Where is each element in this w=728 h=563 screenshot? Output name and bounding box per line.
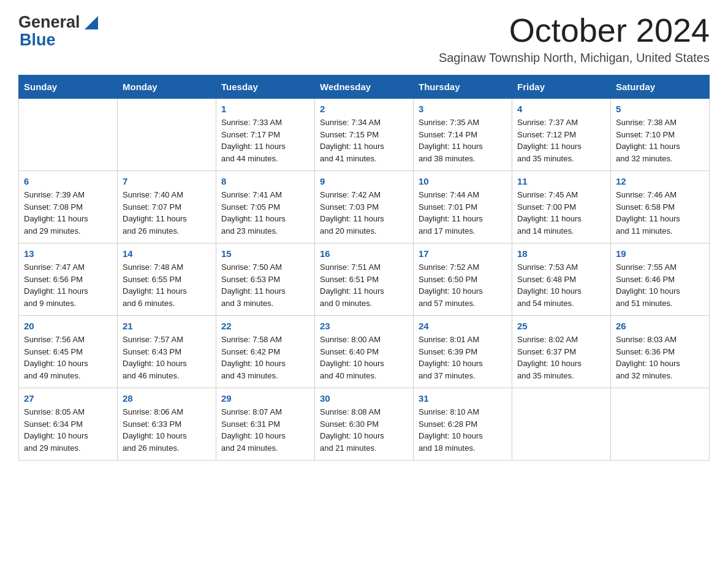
calendar-cell: 3Sunrise: 7:35 AMSunset: 7:14 PMDaylight… <box>414 99 512 171</box>
day-number: 9 <box>320 176 408 186</box>
day-info: Sunrise: 7:37 AMSunset: 7:12 PMDaylight:… <box>517 117 605 164</box>
svg-marker-0 <box>85 16 98 29</box>
day-number: 1 <box>221 104 309 114</box>
day-info: Sunrise: 7:33 AMSunset: 7:17 PMDaylight:… <box>221 117 309 164</box>
calendar-cell: 13Sunrise: 7:47 AMSunset: 6:56 PMDayligh… <box>19 243 118 316</box>
page-header: General Blue October 2024 Saginaw Townsh… <box>18 12 710 65</box>
day-info: Sunrise: 8:06 AMSunset: 6:33 PMDaylight:… <box>123 406 211 454</box>
logo-general-text: General <box>18 13 80 32</box>
day-info: Sunrise: 8:03 AMSunset: 6:36 PMDaylight:… <box>616 334 704 381</box>
day-info: Sunrise: 7:46 AMSunset: 6:58 PMDaylight:… <box>616 189 704 237</box>
day-info: Sunrise: 7:40 AMSunset: 7:07 PMDaylight:… <box>123 189 211 237</box>
day-number: 26 <box>616 321 704 331</box>
day-info: Sunrise: 7:47 AMSunset: 6:56 PMDaylight:… <box>24 261 112 309</box>
day-info: Sunrise: 7:56 AMSunset: 6:45 PMDaylight:… <box>24 334 112 381</box>
day-info: Sunrise: 8:07 AMSunset: 6:31 PMDaylight:… <box>221 406 309 454</box>
day-info: Sunrise: 7:44 AMSunset: 7:01 PMDaylight:… <box>419 189 507 237</box>
calendar-header-thursday: Thursday <box>414 75 512 99</box>
day-number: 30 <box>320 393 408 404</box>
day-info: Sunrise: 8:00 AMSunset: 6:40 PMDaylight:… <box>320 334 408 381</box>
day-number: 27 <box>24 393 112 404</box>
calendar-cell: 5Sunrise: 7:38 AMSunset: 7:10 PMDaylight… <box>611 99 710 171</box>
day-number: 21 <box>123 321 211 331</box>
calendar-cell: 21Sunrise: 7:57 AMSunset: 6:43 PMDayligh… <box>118 316 216 388</box>
title-block: October 2024 Saginaw Township North, Mic… <box>439 12 710 65</box>
day-number: 13 <box>24 248 112 259</box>
day-number: 17 <box>419 248 507 259</box>
day-number: 25 <box>517 321 605 331</box>
logo: General Blue <box>18 12 100 50</box>
calendar-cell: 31Sunrise: 8:10 AMSunset: 6:28 PMDayligh… <box>414 388 512 461</box>
day-number: 28 <box>123 393 211 404</box>
calendar-cell: 19Sunrise: 7:55 AMSunset: 6:46 PMDayligh… <box>611 243 710 316</box>
logo-blue-text: Blue <box>20 31 56 50</box>
calendar-cell: 8Sunrise: 7:41 AMSunset: 7:05 PMDaylight… <box>216 171 315 243</box>
calendar-cell <box>19 99 118 171</box>
day-number: 8 <box>221 176 309 186</box>
calendar-week-row: 27Sunrise: 8:05 AMSunset: 6:34 PMDayligh… <box>19 388 710 461</box>
day-number: 14 <box>123 248 211 259</box>
day-info: Sunrise: 7:50 AMSunset: 6:53 PMDaylight:… <box>221 261 309 309</box>
calendar-cell: 30Sunrise: 8:08 AMSunset: 6:30 PMDayligh… <box>315 388 414 461</box>
day-info: Sunrise: 7:39 AMSunset: 7:08 PMDaylight:… <box>24 189 112 237</box>
calendar-cell: 23Sunrise: 8:00 AMSunset: 6:40 PMDayligh… <box>315 316 414 388</box>
calendar-header-monday: Monday <box>118 75 216 99</box>
calendar-cell: 26Sunrise: 8:03 AMSunset: 6:36 PMDayligh… <box>611 316 710 388</box>
day-number: 24 <box>419 321 507 331</box>
location-subtitle: Saginaw Township North, Michigan, United… <box>439 51 710 65</box>
calendar-cell: 4Sunrise: 7:37 AMSunset: 7:12 PMDaylight… <box>512 99 611 171</box>
day-info: Sunrise: 8:08 AMSunset: 6:30 PMDaylight:… <box>320 406 408 454</box>
day-info: Sunrise: 7:35 AMSunset: 7:14 PMDaylight:… <box>419 117 507 164</box>
day-info: Sunrise: 8:05 AMSunset: 6:34 PMDaylight:… <box>24 406 112 454</box>
day-number: 15 <box>221 248 309 259</box>
day-number: 20 <box>24 321 112 331</box>
calendar-week-row: 6Sunrise: 7:39 AMSunset: 7:08 PMDaylight… <box>19 171 710 243</box>
calendar-cell: 9Sunrise: 7:42 AMSunset: 7:03 PMDaylight… <box>315 171 414 243</box>
day-number: 7 <box>123 176 211 186</box>
day-info: Sunrise: 7:53 AMSunset: 6:48 PMDaylight:… <box>517 261 605 309</box>
day-info: Sunrise: 7:34 AMSunset: 7:15 PMDaylight:… <box>320 117 408 164</box>
day-number: 12 <box>616 176 704 186</box>
calendar-cell: 11Sunrise: 7:45 AMSunset: 7:00 PMDayligh… <box>512 171 611 243</box>
day-info: Sunrise: 7:41 AMSunset: 7:05 PMDaylight:… <box>221 189 309 237</box>
day-number: 2 <box>320 104 408 114</box>
day-number: 6 <box>24 176 112 186</box>
day-info: Sunrise: 8:10 AMSunset: 6:28 PMDaylight:… <box>419 406 507 454</box>
calendar-cell: 2Sunrise: 7:34 AMSunset: 7:15 PMDaylight… <box>315 99 414 171</box>
calendar-cell: 20Sunrise: 7:56 AMSunset: 6:45 PMDayligh… <box>19 316 118 388</box>
day-number: 31 <box>419 393 507 404</box>
day-info: Sunrise: 7:51 AMSunset: 6:51 PMDaylight:… <box>320 261 408 309</box>
calendar-week-row: 13Sunrise: 7:47 AMSunset: 6:56 PMDayligh… <box>19 243 710 316</box>
day-info: Sunrise: 7:45 AMSunset: 7:00 PMDaylight:… <box>517 189 605 237</box>
day-info: Sunrise: 8:02 AMSunset: 6:37 PMDaylight:… <box>517 334 605 381</box>
day-info: Sunrise: 7:38 AMSunset: 7:10 PMDaylight:… <box>616 117 704 164</box>
day-info: Sunrise: 8:01 AMSunset: 6:39 PMDaylight:… <box>419 334 507 381</box>
calendar-header-sunday: Sunday <box>19 75 118 99</box>
calendar-cell: 7Sunrise: 7:40 AMSunset: 7:07 PMDaylight… <box>118 171 216 243</box>
day-info: Sunrise: 7:58 AMSunset: 6:42 PMDaylight:… <box>221 334 309 381</box>
calendar-cell: 1Sunrise: 7:33 AMSunset: 7:17 PMDaylight… <box>216 99 315 171</box>
calendar-header-row: SundayMondayTuesdayWednesdayThursdayFrid… <box>19 75 710 99</box>
calendar-cell: 22Sunrise: 7:58 AMSunset: 6:42 PMDayligh… <box>216 316 315 388</box>
calendar-cell: 10Sunrise: 7:44 AMSunset: 7:01 PMDayligh… <box>414 171 512 243</box>
day-number: 19 <box>616 248 704 259</box>
day-info: Sunrise: 7:42 AMSunset: 7:03 PMDaylight:… <box>320 189 408 237</box>
month-title: October 2024 <box>439 12 710 48</box>
calendar-cell <box>611 388 710 461</box>
day-info: Sunrise: 7:55 AMSunset: 6:46 PMDaylight:… <box>616 261 704 309</box>
day-number: 11 <box>517 176 605 186</box>
calendar-cell: 16Sunrise: 7:51 AMSunset: 6:51 PMDayligh… <box>315 243 414 316</box>
day-info: Sunrise: 7:52 AMSunset: 6:50 PMDaylight:… <box>419 261 507 309</box>
calendar-cell: 17Sunrise: 7:52 AMSunset: 6:50 PMDayligh… <box>414 243 512 316</box>
logo-triangle-icon <box>82 13 100 32</box>
day-number: 3 <box>419 104 507 114</box>
day-number: 18 <box>517 248 605 259</box>
calendar-cell: 12Sunrise: 7:46 AMSunset: 6:58 PMDayligh… <box>611 171 710 243</box>
calendar-cell <box>512 388 611 461</box>
day-number: 5 <box>616 104 704 114</box>
calendar-cell: 14Sunrise: 7:48 AMSunset: 6:55 PMDayligh… <box>118 243 216 316</box>
day-number: 23 <box>320 321 408 331</box>
day-info: Sunrise: 7:57 AMSunset: 6:43 PMDaylight:… <box>123 334 211 381</box>
calendar-header-saturday: Saturday <box>611 75 710 99</box>
day-number: 16 <box>320 248 408 259</box>
